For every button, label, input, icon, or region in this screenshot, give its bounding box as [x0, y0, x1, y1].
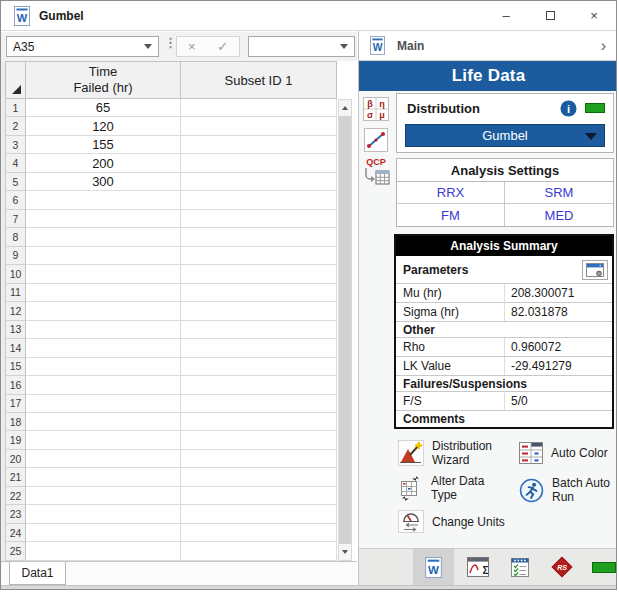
close-button[interactable]: ×: [572, 1, 616, 30]
info-icon[interactable]: i: [560, 100, 577, 117]
row-header[interactable]: 1: [5, 99, 26, 117]
row-header[interactable]: 21: [5, 468, 26, 486]
row-header[interactable]: 15: [5, 358, 26, 376]
row-header[interactable]: 6: [5, 191, 26, 209]
cell-time-failed[interactable]: 200: [26, 154, 181, 172]
open-in-window-button[interactable]: [582, 260, 608, 280]
vertical-scrollbar[interactable]: [338, 99, 352, 561]
scroll-up-button[interactable]: [339, 100, 351, 116]
cell-time-failed[interactable]: [26, 321, 181, 339]
cell-reference-box[interactable]: A35: [6, 36, 159, 57]
cell-subset-id[interactable]: [181, 154, 337, 172]
change-units-button[interactable]: Change Units: [398, 510, 505, 533]
cell-subset-id[interactable]: [181, 542, 337, 560]
row-header[interactable]: 22: [5, 487, 26, 505]
chevron-down-icon[interactable]: [340, 44, 348, 49]
cell-subset-id[interactable]: [181, 136, 337, 154]
cell-subset-id[interactable]: [181, 376, 337, 394]
row-header[interactable]: 19: [5, 431, 26, 449]
row-header[interactable]: 24: [5, 524, 26, 542]
cell-time-failed[interactable]: [26, 228, 181, 246]
cell-subset-id[interactable]: [181, 358, 337, 376]
cell-time-failed[interactable]: [26, 413, 181, 431]
cell-time-failed[interactable]: [26, 395, 181, 413]
analysis-setting-option-srm[interactable]: SRM: [505, 182, 613, 204]
select-all-corner[interactable]: [5, 61, 26, 99]
cell-time-failed[interactable]: 300: [26, 173, 181, 191]
confirm-entry-button[interactable]: ✓: [217, 40, 228, 53]
cell-time-failed[interactable]: 65: [26, 99, 181, 117]
cell-subset-id[interactable]: [181, 487, 337, 505]
scroll-down-button[interactable]: [339, 544, 351, 560]
cancel-entry-button[interactable]: ×: [188, 40, 196, 53]
cell-subset-id[interactable]: [181, 524, 337, 542]
row-header[interactable]: 8: [5, 228, 26, 246]
cell-time-failed[interactable]: [26, 247, 181, 265]
row-header[interactable]: 25: [5, 542, 26, 560]
row-header[interactable]: 11: [5, 284, 26, 302]
cell-subset-id[interactable]: [181, 228, 337, 246]
row-header[interactable]: 7: [5, 210, 26, 228]
cell-time-failed[interactable]: 155: [26, 136, 181, 154]
row-header[interactable]: 12: [5, 302, 26, 320]
cell-time-failed[interactable]: [26, 542, 181, 560]
row-header[interactable]: 18: [5, 413, 26, 431]
probability-plot-icon[interactable]: [364, 128, 388, 152]
row-header[interactable]: 14: [5, 339, 26, 357]
panel-nav-bar[interactable]: W Main ›: [359, 31, 617, 61]
cell-time-failed[interactable]: [26, 302, 181, 320]
footer-report-tab[interactable]: [499, 549, 540, 585]
analysis-setting-option-med[interactable]: MED: [505, 204, 613, 226]
alter-data-type-button[interactable]: Alter Data Type: [398, 474, 484, 502]
cell-subset-id[interactable]: [181, 321, 337, 339]
cell-time-failed[interactable]: [26, 284, 181, 302]
chevron-down-icon[interactable]: [144, 44, 152, 49]
row-header[interactable]: 23: [5, 505, 26, 523]
cell-subset-id[interactable]: [181, 284, 337, 302]
cell-subset-id[interactable]: [181, 247, 337, 265]
footer-weibull-tab[interactable]: W: [413, 549, 454, 585]
cell-time-failed[interactable]: [26, 265, 181, 283]
footer-reliasoft-tab[interactable]: RS: [541, 549, 582, 585]
cell-time-failed[interactable]: [26, 524, 181, 542]
parameters-greek-icon[interactable]: β η σ μ: [363, 97, 389, 121]
cell-time-failed[interactable]: [26, 339, 181, 357]
row-header[interactable]: 3: [5, 136, 26, 154]
cell-subset-id[interactable]: [181, 117, 337, 135]
row-header[interactable]: 16: [5, 376, 26, 394]
cell-subset-id[interactable]: [181, 505, 337, 523]
cell-time-failed[interactable]: [26, 376, 181, 394]
row-header[interactable]: 10: [5, 265, 26, 283]
cell-subset-id[interactable]: [181, 339, 337, 357]
cell-subset-id[interactable]: [181, 395, 337, 413]
footer-statistics-tab[interactable]: Σ: [457, 549, 498, 585]
row-header[interactable]: 17: [5, 395, 26, 413]
qcp-icon[interactable]: QCP: [362, 157, 390, 186]
cell-subset-id[interactable]: [181, 413, 337, 431]
row-header[interactable]: 20: [5, 450, 26, 468]
distribution-wizard-button[interactable]: Distribution Wizard: [398, 439, 492, 467]
cell-time-failed[interactable]: [26, 358, 181, 376]
row-header[interactable]: 5: [5, 173, 26, 191]
cell-time-failed[interactable]: [26, 431, 181, 449]
formula-input[interactable]: [248, 36, 355, 57]
auto-color-button[interactable]: Auto Color: [519, 442, 608, 464]
maximize-button[interactable]: [528, 1, 572, 30]
cell-time-failed[interactable]: [26, 468, 181, 486]
cell-subset-id[interactable]: [181, 191, 337, 209]
cell-subset-id[interactable]: [181, 431, 337, 449]
cell-time-failed[interactable]: [26, 487, 181, 505]
cell-subset-id[interactable]: [181, 99, 337, 117]
cell-time-failed[interactable]: [26, 210, 181, 228]
cell-subset-id[interactable]: [181, 450, 337, 468]
column-header-time-failed[interactable]: Time Failed (hr): [26, 61, 181, 99]
cell-time-failed[interactable]: [26, 505, 181, 523]
cell-subset-id[interactable]: [181, 265, 337, 283]
cell-time-failed[interactable]: [26, 450, 181, 468]
cell-subset-id[interactable]: [181, 173, 337, 191]
cell-subset-id[interactable]: [181, 468, 337, 486]
column-header-subset-id[interactable]: Subset ID 1: [181, 61, 337, 99]
batch-auto-run-button[interactable]: Batch Auto Run: [519, 476, 610, 504]
sheet-tab-data1[interactable]: Data1: [9, 562, 66, 585]
cell-time-failed[interactable]: [26, 191, 181, 209]
